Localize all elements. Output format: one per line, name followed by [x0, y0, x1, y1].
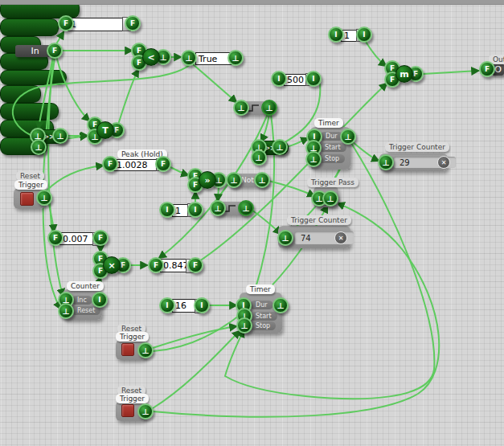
out-value: O [494, 64, 502, 75]
wire[interactable] [218, 186, 219, 201]
trig-port[interactable]: ⊥ [254, 172, 270, 188]
timer-title: Timer [314, 118, 343, 128]
trig-port[interactable]: ⊥ [272, 297, 289, 313]
not-label: Not [241, 176, 254, 184]
trigger-button[interactable] [121, 343, 134, 356]
t-latch-operator[interactable]: T [96, 121, 114, 139]
trig-port[interactable]: ⊥ [251, 149, 267, 166]
counter-inc-label: Inc [72, 296, 92, 305]
trig-port[interactable]: ⊥ [31, 139, 47, 155]
int-port[interactable]: I [159, 297, 175, 313]
int-port[interactable]: I [92, 292, 108, 308]
float-port[interactable]: F [58, 15, 74, 31]
trigger-button[interactable] [20, 192, 34, 206]
trig-port[interactable]: ⊥ [233, 100, 249, 116]
float-value-node[interactable] [0, 103, 59, 120]
wire[interactable] [352, 141, 379, 161]
timer-stop-label: Stop [319, 154, 345, 163]
float-value-field[interactable]: 1 [68, 18, 125, 31]
int-port[interactable]: I [328, 27, 344, 43]
float-value-field[interactable]: 0.007 [59, 232, 97, 245]
timer-title: Timer [246, 284, 275, 294]
wire[interactable] [286, 138, 308, 147]
wire[interactable] [423, 71, 478, 74]
wire[interactable] [193, 64, 236, 102]
trig-port[interactable]: ⊥ [236, 317, 252, 333]
int-port[interactable]: I [271, 71, 287, 87]
trig-port[interactable]: ⊥ [340, 129, 356, 145]
wire[interactable] [261, 114, 269, 141]
float-port[interactable]: F [479, 61, 495, 77]
trig-port[interactable]: ⊥ [52, 128, 68, 144]
wire[interactable] [366, 42, 386, 66]
float-port[interactable]: F [92, 230, 109, 246]
int-port[interactable]: I [194, 297, 210, 313]
wire[interactable] [153, 331, 240, 408]
bool-display-node[interactable] [0, 18, 59, 36]
trig-port[interactable]: ⊥ [322, 190, 338, 207]
wire[interactable] [46, 166, 103, 191]
int-port[interactable]: I [356, 27, 372, 43]
peak-hold-field[interactable]: 1.0028 [113, 159, 160, 171]
clear-count-button[interactable]: ✕ [437, 156, 450, 169]
int-port[interactable]: I [159, 202, 175, 218]
trig-port[interactable]: ⊥ [227, 50, 244, 66]
wire[interactable] [153, 326, 236, 348]
wire[interactable] [56, 56, 89, 121]
float-port[interactable]: F [125, 15, 141, 31]
trig-port[interactable]: ⊥ [378, 154, 394, 170]
trigger-label: Trigger [14, 180, 47, 190]
timer-start-label: Start [250, 312, 277, 321]
float-port[interactable]: F [148, 257, 164, 273]
peak-hold-node[interactable] [0, 70, 67, 85]
wire-layer [0, 0, 504, 446]
trigger-pass-title: Trigger Pass [307, 178, 359, 187]
in-label: In [31, 46, 39, 56]
int-port[interactable]: I [187, 202, 203, 218]
float-port[interactable]: F [155, 156, 171, 172]
trigger-label: Trigger [116, 394, 149, 403]
trigger-counter-title: Trigger Counter [385, 142, 449, 152]
trig-port[interactable]: ⊥ [137, 342, 154, 358]
trig-port[interactable]: ⊥ [261, 100, 277, 116]
timer-start-label: Start [319, 143, 346, 152]
trigger-counter-title: Trigger Counter [287, 215, 351, 225]
wire[interactable] [48, 201, 54, 231]
timer-dur-label: Dur [250, 301, 273, 309]
timer-stop-label: Stop [250, 321, 276, 330]
trig-port[interactable]: ⊥ [305, 151, 322, 167]
int-value-node[interactable] [0, 85, 41, 103]
int-port[interactable]: I [305, 71, 322, 87]
merge-operator[interactable]: m [395, 65, 413, 83]
trig-port[interactable]: ⊥ [36, 190, 52, 206]
trig-port[interactable]: ⊥ [210, 200, 226, 216]
less-than-operator[interactable]: < [142, 48, 160, 66]
counter-title: Counter [67, 281, 104, 291]
trig-port[interactable]: ⊥ [226, 172, 242, 188]
trig-port[interactable]: ⊥ [58, 303, 74, 319]
trig-port[interactable]: ⊥ [238, 200, 254, 216]
float-port[interactable]: F [102, 156, 118, 172]
wire[interactable] [118, 70, 138, 125]
multiply-operator[interactable]: × [103, 256, 121, 274]
wire[interactable] [48, 58, 63, 296]
wire[interactable] [252, 210, 281, 234]
clear-count-button[interactable]: ✕ [334, 231, 347, 244]
greater-than-operator[interactable]: » [199, 171, 216, 189]
float-port[interactable]: F [47, 230, 64, 246]
counter-reset-label: Reset [72, 306, 100, 315]
trigger-button[interactable] [121, 404, 134, 417]
window-edge [0, 0, 504, 5]
trig-port[interactable]: ⊥ [272, 139, 288, 155]
trig-port[interactable]: ⊥ [181, 50, 197, 66]
trig-port[interactable]: ⊥ [137, 403, 154, 419]
patch-canvas: In Out O 1 True 1 500 Peak (Hold) 1.0028… [0, 0, 504, 446]
trigger-label: Trigger [116, 332, 149, 342]
float-port[interactable]: F [47, 43, 63, 59]
float-port[interactable]: F [187, 257, 203, 273]
trig-port[interactable]: ⊥ [277, 230, 293, 246]
wire[interactable] [169, 166, 188, 175]
